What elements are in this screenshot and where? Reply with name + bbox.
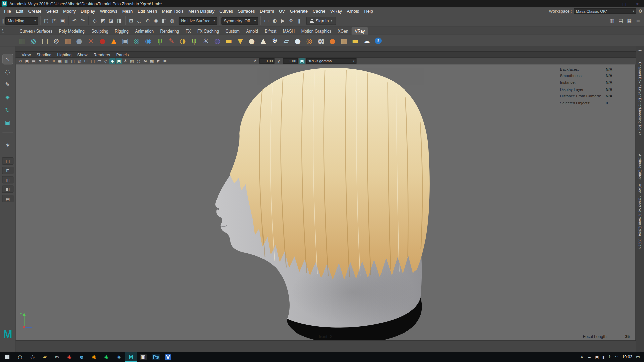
safe-action-icon[interactable]: □ [90, 58, 96, 64]
shelf-tab[interactable]: Animation [132, 27, 157, 35]
close-button[interactable]: × [631, 0, 644, 7]
vray-cloud-shelf-icon[interactable]: ☁ [361, 35, 372, 46]
save-scene-icon[interactable]: ▣ [59, 17, 66, 25]
file-explorer-icon[interactable]: ▰ [39, 352, 51, 362]
menu-item[interactable]: Curves [217, 8, 235, 14]
view-transform-dropdown[interactable]: sRGB gamma ▾ [306, 58, 356, 64]
action-center-icon[interactable]: ▭ [636, 355, 640, 359]
maya-taskbar-icon[interactable]: M [125, 352, 137, 362]
shadows-icon[interactable]: ▨ [129, 58, 135, 64]
vray-cone-shelf-icon[interactable]: ▲ [258, 35, 269, 46]
snap-to-projected-center-icon[interactable]: ◉ [152, 17, 160, 25]
select-by-component-icon[interactable]: ◪ [107, 17, 115, 25]
shelf-tab[interactable]: Motion Graphics [298, 27, 335, 35]
shelf-tab[interactable]: VRay [352, 27, 368, 35]
occlusion-icon[interactable]: ◎ [135, 58, 141, 64]
tab-channel-box-layer-editor[interactable]: Channel Box / Layer Editor [638, 62, 642, 108]
workspace-menu-icon[interactable]: ≡ [634, 17, 642, 25]
move-tool[interactable]: ⊕ [3, 93, 12, 102]
lasso-select-tool[interactable]: ◌ [3, 67, 12, 77]
channel-box-toggle-icon[interactable]: ▦ [626, 17, 633, 25]
snap-to-grids-icon[interactable]: ⊞ [127, 17, 135, 25]
shelf-tab[interactable]: Custom [222, 27, 243, 35]
vray-dome-light-shelf-icon[interactable]: ◎ [131, 35, 142, 46]
layout-single-pane-button[interactable]: □ [2, 157, 13, 165]
vray-swirl-sphere-shelf-icon[interactable]: ◍ [212, 35, 223, 46]
pause-viewport-icon[interactable]: ‖ [295, 17, 303, 25]
shelf-tab[interactable]: Rendering [157, 27, 182, 35]
camera-attributes-icon[interactable]: ▤ [31, 58, 37, 64]
network-icon[interactable]: ◠ [615, 355, 619, 359]
motion-blur-icon[interactable]: ≈ [142, 58, 148, 64]
vray-checker-sphere-shelf-icon[interactable]: ◑ [177, 35, 188, 46]
layout-four-pane-button[interactable]: ⊞ [2, 167, 13, 174]
v-app-icon[interactable]: V [162, 352, 174, 362]
workspace-gear-icon[interactable]: ⚙ [638, 8, 642, 14]
workspace-dropdown[interactable]: Maya Classic OK* ▾ [574, 8, 636, 14]
vray-rings-shelf-icon[interactable]: ◎ [304, 35, 315, 46]
field-chart-icon[interactable]: ⊟ [83, 58, 89, 64]
pan-zoom-icon[interactable]: ⊞ [50, 58, 56, 64]
menu-item[interactable]: Display [78, 8, 98, 14]
tab-attribute-editor[interactable]: Attribute Editor [638, 154, 642, 180]
shelf-menu-icon[interactable]: ▾≡ [2, 28, 4, 33]
make-live-icon[interactable]: ◍ [168, 17, 176, 25]
shelf-tab[interactable]: MASH [280, 27, 298, 35]
gamma-icon[interactable]: γ [276, 58, 282, 64]
shelf-tab[interactable]: FX Caching [194, 27, 222, 35]
interactive-groom-tool[interactable]: ✶ [3, 140, 13, 150]
tool-settings-toggle-icon[interactable]: ▤ [617, 17, 625, 25]
firefox-icon[interactable]: ◉ [88, 352, 100, 362]
menu-item[interactable]: UV [277, 8, 288, 14]
panel-menu-item[interactable]: Panels [113, 52, 132, 57]
shelf-tab[interactable]: Rigging [112, 27, 132, 35]
undo-icon[interactable]: ↶ [71, 17, 78, 25]
select-camera-icon[interactable]: ⊘ [17, 58, 23, 64]
resolution-gate-icon[interactable]: ◫ [70, 58, 76, 64]
tab-xgen-interactive-groom-editor[interactable]: XGen Interactive Groom Editor [638, 184, 642, 237]
select-by-hierarchy-icon[interactable]: ◇ [91, 17, 99, 25]
chrome-icon[interactable]: ◉ [63, 352, 76, 362]
substance-app-icon[interactable]: ▣ [137, 352, 150, 362]
select-tool[interactable]: ↖ [3, 54, 12, 64]
grid-toggle-icon[interactable]: ▦ [57, 58, 63, 64]
start-button[interactable] [0, 352, 14, 362]
vray-red-sphere-shelf-icon[interactable]: ● [97, 35, 108, 46]
snap-to-view-planes-icon[interactable]: ◧ [160, 17, 168, 25]
statusline-collapse-icon[interactable]: ‖ [2, 19, 4, 23]
menu-item[interactable]: Select [44, 8, 61, 14]
panel-menu-item[interactable]: Show [74, 52, 91, 57]
vray-water-shelf-icon[interactable]: ◉ [143, 35, 154, 46]
vray-flake-shelf-icon[interactable]: ✳ [200, 35, 211, 46]
gate-mask-icon[interactable]: ▧ [76, 58, 82, 64]
vray-gray-sphere-shelf-icon[interactable]: ● [74, 35, 85, 46]
textured-mode-icon[interactable]: ▣ [116, 58, 122, 64]
security-icon[interactable]: ▣ [595, 355, 599, 359]
vray-grid-sphere-shelf-icon[interactable]: ▦ [16, 35, 27, 46]
menu-item[interactable]: Surfaces [235, 8, 257, 14]
menu-item[interactable]: Edit [13, 8, 26, 14]
scale-tool[interactable]: ▣ [3, 118, 12, 127]
render-settings-icon[interactable]: ⚙ [287, 17, 295, 25]
tab-modeling-toolkit[interactable]: Modeling Toolkit [638, 108, 642, 135]
vray-cream-sphere-shelf-icon[interactable]: ● [246, 35, 257, 46]
film-gate-icon[interactable]: ▥ [63, 58, 69, 64]
menuset-dropdown[interactable]: Modeling ▾ [5, 17, 38, 25]
open-scene-icon[interactable]: ◳ [51, 17, 58, 25]
safe-title-icon[interactable]: ▭ [96, 58, 102, 64]
vray-snowflake-shelf-icon[interactable]: ❄ [270, 35, 280, 46]
tab-xgen[interactable]: XGen [638, 239, 642, 249]
xray-icon[interactable]: ⊠ [162, 58, 168, 64]
vray-grass-shelf-icon[interactable]: ψ [189, 35, 200, 46]
vray-fur-shelf-icon[interactable]: ψ [155, 35, 165, 46]
spotify-icon[interactable]: ◉ [100, 352, 113, 362]
menu-item[interactable]: Generate [287, 8, 310, 14]
vray-molecule-shelf-icon[interactable]: ✳ [85, 35, 96, 46]
highlight-selection-icon[interactable]: ◨ [115, 17, 123, 25]
shelf-tab[interactable]: Curves / Surfaces [16, 27, 56, 35]
image-plane-icon[interactable]: ▭ [44, 58, 50, 64]
vray-fire-shelf-icon[interactable]: ▲ [108, 35, 119, 46]
vray-disabled-shelf-icon[interactable]: ⊘ [51, 35, 62, 46]
use-all-lights-icon[interactable]: ☀ [122, 58, 128, 64]
shelf-tab[interactable]: Sculpting [88, 27, 112, 35]
